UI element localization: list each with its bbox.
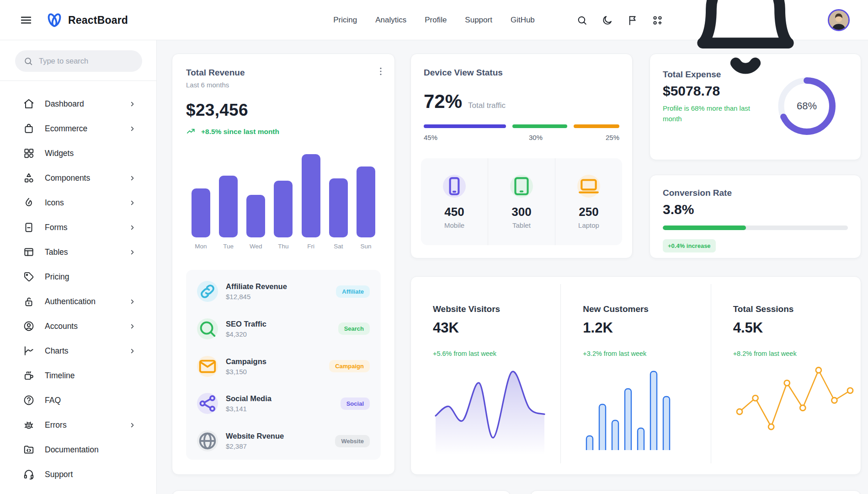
sidebar-item-label: Components xyxy=(45,173,90,183)
device-stat-laptop: 250Laptop xyxy=(555,158,622,245)
conversion-progress-track xyxy=(663,226,848,230)
nav-link-analytics[interactable]: Analytics xyxy=(375,16,406,25)
search-input[interactable] xyxy=(39,57,134,65)
mini-stat-title: New Customers xyxy=(583,304,710,314)
sidebar-item-dashboard[interactable]: Dashboard xyxy=(0,91,156,116)
trend-text: +8.5% since last month xyxy=(201,128,279,136)
sidebar-item-label: Icons xyxy=(45,198,64,208)
source-badge: Search xyxy=(338,322,370,335)
sidebar-item-documentation[interactable]: Documentation xyxy=(0,437,156,462)
kebab-menu-icon[interactable] xyxy=(375,66,386,77)
sidebar-item-tables[interactable]: Tables xyxy=(0,240,156,264)
device-view-status-card: Device View Status 72% Total traffic 45%… xyxy=(410,54,633,258)
mini-stat-chart xyxy=(583,361,710,452)
sidebar-item-faq[interactable]: FAQ xyxy=(0,388,156,413)
device-count: 250 xyxy=(579,205,598,219)
avatar-image xyxy=(829,11,848,30)
source-name: Affiliate Revenue xyxy=(226,282,287,291)
smartphone-icon xyxy=(443,175,466,198)
mini-stat-value: 43K xyxy=(433,320,560,336)
sidebar-item-forms[interactable]: Forms xyxy=(0,215,156,240)
axis-label: Mon xyxy=(192,243,210,250)
mini-stat-website-visitors: Website Visitors43K+5.6% from last week xyxy=(411,284,560,463)
revenue-source-row: Website Rvenue$2,387Website xyxy=(197,430,370,451)
nav-link-support[interactable]: Support xyxy=(465,16,492,25)
user-icon xyxy=(23,320,35,332)
traffic-segment-2 xyxy=(512,124,567,128)
source-texts: Social Media$3,141 xyxy=(226,394,272,413)
sidebar-item-label: Tables xyxy=(45,247,68,257)
source-name: Website Rvenue xyxy=(226,432,284,440)
axis-label: Fri xyxy=(302,243,320,250)
customers-bar-chart xyxy=(583,361,679,450)
flame-icon xyxy=(23,197,35,209)
sidebar-item-authentication[interactable]: Authentication xyxy=(0,289,156,314)
notifications-button[interactable]: 9 xyxy=(677,0,814,89)
card-title: Total Revenue xyxy=(186,68,381,78)
traffic-segment-3 xyxy=(574,124,619,128)
mini-stat-delta: +5.6% from last week xyxy=(433,350,560,357)
sidebar-menu: DashboardEcommerceWidgetsComponentsIcons… xyxy=(0,91,156,487)
source-texts: Campaigns$3,150 xyxy=(226,357,266,376)
brand-name: ReactBoard xyxy=(68,14,128,27)
source-value: $3,141 xyxy=(226,405,272,413)
tag-icon xyxy=(23,271,35,283)
source-value: $2,387 xyxy=(226,442,284,450)
menu-toggle-icon[interactable] xyxy=(19,13,33,27)
question-icon xyxy=(23,394,35,406)
device-label: Tablet xyxy=(512,221,531,229)
mini-stat-title: Website Visitors xyxy=(433,304,560,314)
sidebar-item-timeline[interactable]: Timeline xyxy=(0,363,156,388)
sidebar-item-widgets[interactable]: Widgets xyxy=(0,141,156,166)
source-name: SEO Traffic xyxy=(226,320,266,328)
sidebar-search xyxy=(15,50,142,72)
flag-icon[interactable] xyxy=(627,15,638,26)
mini-stat-new-customers: New Customers1.2K+3.2% from last week xyxy=(560,284,710,463)
traffic-summary: 72% Total traffic xyxy=(424,91,619,113)
sidebar-item-label: Accounts xyxy=(45,322,78,331)
search-icon xyxy=(197,318,218,339)
sidebar: DashboardEcommerceWidgetsComponentsIcons… xyxy=(0,40,157,494)
sidebar-item-components[interactable]: Components xyxy=(0,166,156,190)
sidebar-item-support[interactable]: Support xyxy=(0,462,156,487)
sidebar-item-pricing[interactable]: Pricing xyxy=(0,264,156,289)
nav-link-profile[interactable]: Profile xyxy=(425,16,447,25)
conversion-increase-badge: +0.4% increase xyxy=(663,239,716,252)
navbar-actions: 9 xyxy=(576,0,850,40)
sidebar-item-accounts[interactable]: Accounts xyxy=(0,314,156,338)
weekly-revenue-chart: MonTueWedThuFriSatSun xyxy=(186,154,381,250)
sidebar-item-label: Authentication xyxy=(45,297,96,306)
nav-link-github[interactable]: GitHub xyxy=(511,16,535,25)
traffic-segment-label: 30% xyxy=(507,134,564,141)
search-icon[interactable] xyxy=(576,15,588,26)
sidebar-item-icons[interactable]: Icons xyxy=(0,190,156,215)
brand[interactable]: ReactBoard xyxy=(45,11,128,30)
table-icon xyxy=(23,246,35,258)
revenue-trend: +8.5% since last month xyxy=(186,126,381,137)
sidebar-item-label: Forms xyxy=(45,223,68,232)
chevron-right-icon xyxy=(128,322,136,330)
revenue-sources-list: Affiliate Revenue$12,845AffiliateSEO Tra… xyxy=(186,270,381,460)
card-title: Device View Status xyxy=(424,68,619,78)
device-label: Mobile xyxy=(444,221,464,229)
device-count: 450 xyxy=(444,205,464,219)
headset-icon xyxy=(23,468,35,480)
source-name: Campaigns xyxy=(226,357,266,366)
sidebar-item-ecommerce[interactable]: Ecommerce xyxy=(0,116,156,141)
revenue-bar-wed xyxy=(246,195,265,237)
mail-icon xyxy=(197,356,218,377)
apps-grid-icon[interactable] xyxy=(652,15,663,26)
bag-icon xyxy=(23,123,35,134)
sidebar-item-label: Timeline xyxy=(45,371,75,381)
source-badge: Affiliate xyxy=(336,285,370,298)
widgets-icon xyxy=(23,147,35,159)
axis-label: Sat xyxy=(329,243,348,250)
axis-label: Wed xyxy=(246,243,265,250)
nav-link-pricing[interactable]: Pricing xyxy=(333,16,357,25)
sidebar-item-charts[interactable]: Charts xyxy=(0,338,156,363)
sidebar-item-errors[interactable]: Errors xyxy=(0,413,156,437)
revenue-bar-sun xyxy=(357,166,375,237)
chevron-right-icon xyxy=(128,125,136,133)
user-avatar[interactable] xyxy=(828,9,850,31)
dark-mode-moon-icon[interactable] xyxy=(602,15,613,26)
